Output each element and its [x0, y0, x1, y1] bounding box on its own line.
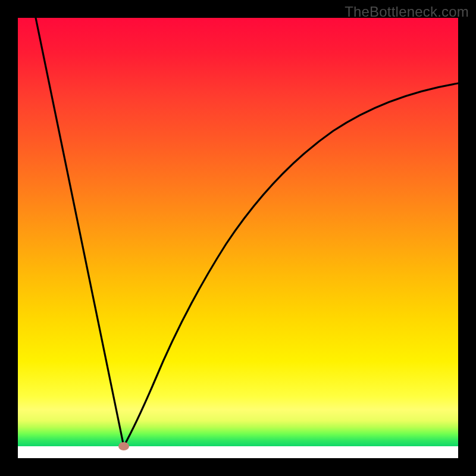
chart-container: TheBottleneck.com	[0, 0, 476, 476]
watermark-text: TheBottleneck.com	[345, 4, 469, 20]
plot-area	[18, 18, 458, 458]
bottleneck-curve	[18, 18, 458, 458]
min-marker	[118, 442, 129, 450]
curve-path	[36, 18, 458, 446]
